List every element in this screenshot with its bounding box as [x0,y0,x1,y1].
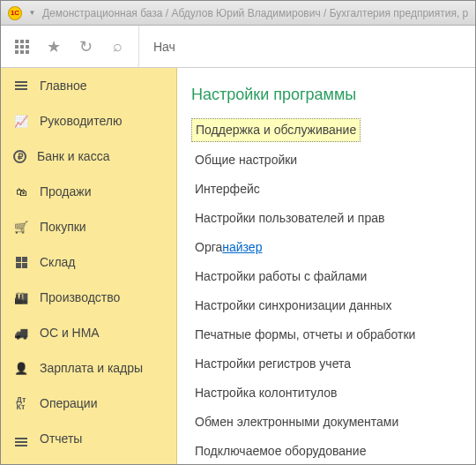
chart-icon [13,113,29,129]
bag-icon [13,184,29,199]
history-icon: ↻ [79,37,93,56]
settings-item-files[interactable]: Настройки работы с файлами [191,266,461,288]
sidebar-item-warehouse[interactable]: Склад [1,244,176,280]
factory-icon [13,289,29,305]
reports-icon [13,431,29,446]
settings-item-users[interactable]: Настройки пользователей и прав [191,207,461,229]
settings-item-interface[interactable]: Интерфейс [191,178,461,200]
settings-item-support[interactable]: Поддержка и обслуживание [191,118,361,142]
sidebar-label: ОС и НМА [40,326,100,340]
sidebar-item-sales[interactable]: Продажи [1,174,176,209]
settings-item-organizer[interactable]: Органайзер [191,236,461,259]
menu-icon [13,78,29,94]
sidebar-item-hr[interactable]: Зарплата и кадры [1,350,176,386]
window-title: Демонстрационная база / Абдулов Юрий Вла… [42,7,468,19]
sidebar-label: Производство [40,290,120,304]
warehouse-icon [13,254,29,270]
sidebar-item-manager[interactable]: Руководителю [1,103,176,139]
sidebar-label: Отчеты [40,431,82,446]
sidebar-label: Операции [40,396,98,410]
settings-item-sync[interactable]: Настройки синхронизации данных [191,295,461,317]
star-icon: ★ [47,37,61,56]
toolbar: ★ ↻ ⌕ Нач [1,26,475,68]
organizer-link[interactable]: найзер [222,240,262,254]
apps-grid-icon [15,40,29,54]
sidebar-item-reports[interactable]: Отчеты [1,421,176,456]
sidebar-label: Покупки [40,220,86,234]
settings-item-registers[interactable]: Настройки регистров учета [191,353,461,375]
settings-item-headers[interactable]: Настройка колонтитулов [191,382,461,404]
sidebar-item-main[interactable]: Главное [1,68,176,103]
sidebar-label: Руководителю [40,114,122,128]
settings-list: Поддержка и обслуживание Общие настройки… [191,118,461,464]
search-button[interactable]: ⌕ [103,33,131,61]
settings-item-printforms[interactable]: Печатные формы, отчеты и обработки [191,324,461,346]
person-icon [13,360,29,376]
dropdown-icon[interactable]: ▼ [27,8,37,18]
sidebar-item-operations[interactable]: ДтКт Операции [1,386,176,421]
sidebar-label: Склад [40,255,76,269]
ruble-icon: ₽ [13,150,26,163]
sidebar-label: Зарплата и кадры [40,361,143,375]
dtkt-icon: ДтКт [13,395,29,411]
sidebar-item-purchases[interactable]: Покупки [1,209,176,244]
sidebar-label: Банк и касса [37,149,109,163]
window-titlebar: 1C ▼ Демонстрационная база / Абдулов Юри… [1,1,475,26]
main-panel: Настройки программы Поддержка и обслужив… [177,68,475,464]
sidebar-item-assets[interactable]: ОС и НМА [1,315,176,350]
app-icon: 1C [8,6,22,20]
sidebar: Главное Руководителю ₽ Банк и касса Прод… [1,68,177,464]
truck-icon [13,325,29,341]
apps-button[interactable] [8,33,36,61]
sidebar-item-bank[interactable]: ₽ Банк и касса [1,139,176,174]
content-area: Главное Руководителю ₽ Банк и касса Прод… [1,68,475,464]
panel-title: Настройки программы [191,86,461,104]
settings-item-equipment[interactable]: Подключаемое оборудование [191,440,461,462]
sidebar-label: Главное [40,79,87,93]
tab-area: Нач [138,26,190,67]
search-icon: ⌕ [113,37,123,56]
settings-item-edoc[interactable]: Обмен электронными документами [191,411,461,433]
organizer-prefix: Орга [195,240,222,254]
toolbar-icons: ★ ↻ ⌕ [1,33,138,61]
cart-icon [13,219,29,235]
favorites-button[interactable]: ★ [40,33,68,61]
history-button[interactable]: ↻ [71,33,100,61]
sidebar-item-production[interactable]: Производство [1,280,176,315]
settings-item-general[interactable]: Общие настройки [191,149,461,171]
sidebar-label: Продажи [40,184,91,199]
tab-home[interactable]: Нач [153,40,175,54]
